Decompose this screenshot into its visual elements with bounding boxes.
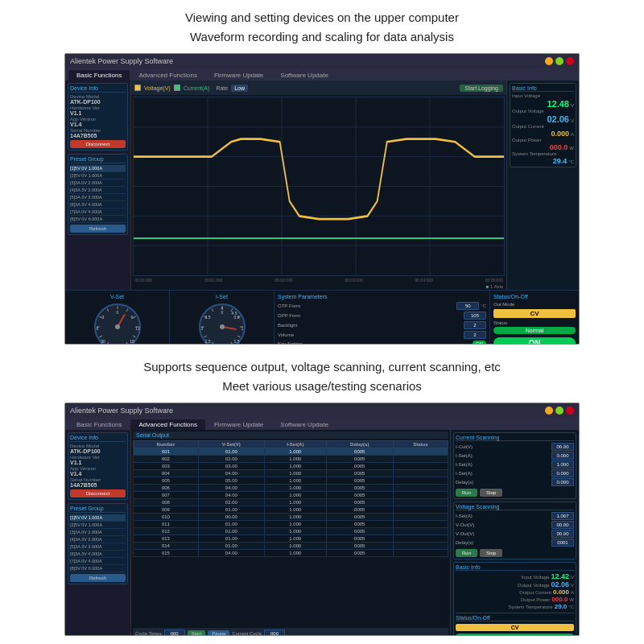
tab-firmware-update[interactable]: Firmware Update <box>206 70 271 80</box>
w2-system-temp-display: System Temperature 29.0 °C <box>456 603 574 610</box>
table-row[interactable]: 00404.001.0000005 <box>134 469 448 477</box>
volume-input[interactable]: 2 <box>464 331 486 339</box>
cycle-times-input[interactable]: 000 <box>164 630 185 636</box>
window2-right-panel: Current Scanning I-Cut(V) 00.00 I-Set(A)… <box>450 430 579 636</box>
w2-preset-item-7[interactable]: [8]3V 0V 6.000A <box>70 565 126 572</box>
preset-item-5[interactable]: [6]3A 3V 4.000A <box>70 201 126 208</box>
i-cut-row: I-Cut(V) 00.00 <box>456 443 574 451</box>
tab2-firmware-update[interactable]: Firmware Update <box>206 419 271 430</box>
w2-preset-item-5[interactable]: [6]3A 3V 4.000A <box>70 551 126 558</box>
cs-delay-input[interactable]: 0.000 <box>551 478 574 486</box>
w2-preset-item-0[interactable]: [1]5V 0V 1.000A <box>70 514 126 522</box>
vs-vout1-input[interactable]: 00.00 <box>551 521 574 529</box>
rate-value[interactable]: Low <box>231 85 248 92</box>
vs-iset-input[interactable]: 1.007 <box>551 512 574 520</box>
table-row[interactable]: 00704.001.0000005 <box>134 491 448 498</box>
pause-button[interactable]: Pause <box>208 630 229 636</box>
table-row[interactable]: 00303.001.0000005 <box>134 462 448 469</box>
preset-item-1[interactable]: [2]5V 0V 1.000A <box>70 172 126 180</box>
window2-close-btn[interactable] <box>566 407 574 415</box>
w2-preset-item-6[interactable]: [7]3A 0V 4.000A <box>70 558 126 565</box>
page-wrapper: Viewing and setting devices on the upper… <box>0 0 644 644</box>
w2-preset-item-2[interactable]: [3]3A 0V 2.000A <box>70 529 126 536</box>
svg-text:6: 6 <box>130 315 133 320</box>
cs-iset1-input[interactable]: 0.000 <box>551 452 574 460</box>
vs-delay-input[interactable]: 0001 <box>551 539 574 547</box>
table-row[interactable]: 01504.001.0000005 <box>134 549 448 556</box>
tab-software-update[interactable]: Software Update <box>272 70 336 80</box>
w2-preset-item-3[interactable]: [4]3A 3V 2.000A <box>70 536 126 543</box>
w2-output-current-label: Output Current <box>519 590 551 595</box>
tab2-basic-functions[interactable]: Basic Functions <box>68 419 130 430</box>
w2-output-power-display: Output Power 000.0 W <box>456 596 574 603</box>
window1-minimize-btn[interactable] <box>545 57 553 65</box>
serial-output-section: Serial Output Number V-Set(V) I-Set(A) D… <box>131 430 450 636</box>
backlight-input[interactable]: 2 <box>464 321 486 329</box>
window2-left-panel: Device Info Device Model ATK-DP100 Hardw… <box>65 430 131 636</box>
opp-form-row: OPP Form 105 <box>278 312 486 320</box>
window2-content: Device Info Device Model ATK-DP100 Hardw… <box>65 430 579 636</box>
w2-preset-item-1[interactable]: [2]5V 0V 1.000A <box>70 522 126 529</box>
w2-output-voltage-label: Output Voltage <box>518 583 550 588</box>
vs-stop-button[interactable]: Stop <box>480 549 502 557</box>
table-row[interactable]: 01201.001.0000005 <box>134 527 448 535</box>
table-row[interactable]: 00802.001.0000005 <box>134 498 448 506</box>
vset-dial[interactable]: 0 6 12 18 24 30 6 3 <box>92 301 143 345</box>
i-cut-input[interactable]: 00.00 <box>551 443 574 451</box>
otp-form-control: 50 °C <box>456 302 486 310</box>
w2-disconnect-button[interactable]: Disconnect <box>70 489 126 497</box>
voltage-checkbox[interactable] <box>134 85 141 91</box>
vset-dial-svg: 0 6 12 18 24 30 6 3 <box>92 301 143 345</box>
w2-output-current-unit: A <box>571 590 574 595</box>
tab2-software-update[interactable]: Software Update <box>272 419 336 430</box>
table-row[interactable]: 00604.001.0000005 <box>134 484 448 491</box>
cs-iset3-input[interactable]: 0.000 <box>551 469 574 477</box>
key-setting-toggle[interactable]: ON <box>473 341 486 345</box>
table-row[interactable]: 00505.001.0000005 <box>134 477 448 484</box>
current-checkbox[interactable] <box>174 85 180 91</box>
col-number: Number <box>134 440 199 448</box>
opp-form-input[interactable]: 105 <box>464 312 486 320</box>
cs-iset2-input[interactable]: 1.000 <box>551 460 574 469</box>
table-row[interactable]: 00901.001.0000005 <box>134 506 448 513</box>
on-button[interactable]: ON <box>493 337 576 345</box>
preset-item-2[interactable]: [3]3A 0V 2.000A <box>70 180 126 187</box>
tab-basic-functions[interactable]: Basic Functions <box>68 70 130 80</box>
start-logging-button[interactable]: Start Logging <box>460 85 503 92</box>
window1-close-btn[interactable] <box>566 57 574 65</box>
tab-advanced-functions[interactable]: Advanced Functions <box>130 70 205 80</box>
preset-item-6[interactable]: [7]3A 0V 4.000A <box>70 208 126 216</box>
cs-run-button[interactable]: Run <box>456 489 477 497</box>
w2-input-voltage-value: 12.42 <box>551 572 569 580</box>
start-button[interactable]: Start <box>188 630 206 636</box>
vs-run-button[interactable]: Run <box>456 549 477 557</box>
disconnect-button[interactable]: Disconnect <box>70 140 126 148</box>
preset-item-4[interactable]: [5]3A 3V 3.000A <box>70 194 126 201</box>
table-row[interactable]: 01401.001.0000005 <box>134 542 448 549</box>
preset-item-7[interactable]: [8]3V 0V 6.000A <box>70 216 126 223</box>
w2-preset-refresh-button[interactable]: Refresh <box>70 574 126 582</box>
vs-vout2-input[interactable]: 00.00 <box>551 530 574 538</box>
table-row[interactable]: 01301.001.0000005 <box>134 535 448 542</box>
preset-refresh-button[interactable]: Refresh <box>70 225 126 233</box>
out-mode-label: Out Mode <box>493 302 514 307</box>
table-row[interactable]: 00202.001.0000005 <box>134 455 448 462</box>
table-row[interactable]: 01101.001.0000005 <box>134 520 448 527</box>
w2-preset-item-4[interactable]: [5]3A 3V 3.000A <box>70 543 126 551</box>
window1-maximize-btn[interactable] <box>555 57 564 65</box>
tab2-advanced-functions[interactable]: Advanced Functions <box>130 419 205 430</box>
window2-minimize-btn[interactable] <box>545 407 553 415</box>
w2-hardware-ver-value: V1.1 <box>70 460 126 465</box>
preset-item-0[interactable]: [1]5V 0V 1.000A <box>70 165 126 172</box>
table-row[interactable]: 01000.001.0000005 <box>134 513 448 520</box>
serial-output-table-wrapper[interactable]: Number V-Set(V) I-Set(A) Delay(s) Status… <box>133 440 448 628</box>
table-row[interactable]: 00101.001.0000005 <box>134 448 448 455</box>
otp-form-row: OTP Form 50 °C <box>278 302 486 310</box>
cs-stop-button[interactable]: Stop <box>480 489 502 497</box>
svg-text:3: 3 <box>200 326 203 331</box>
window2-maximize-btn[interactable] <box>555 407 564 415</box>
preset-item-3[interactable]: [4]3A 3V 2.000A <box>70 187 126 194</box>
w2-basic-info-title: Basic Info <box>456 564 574 571</box>
iset-dial[interactable]: 0 0.5 1 1.5 2 2.5 3 3.5 4 4.5 <box>196 301 248 345</box>
otp-form-input[interactable]: 50 <box>456 302 479 310</box>
